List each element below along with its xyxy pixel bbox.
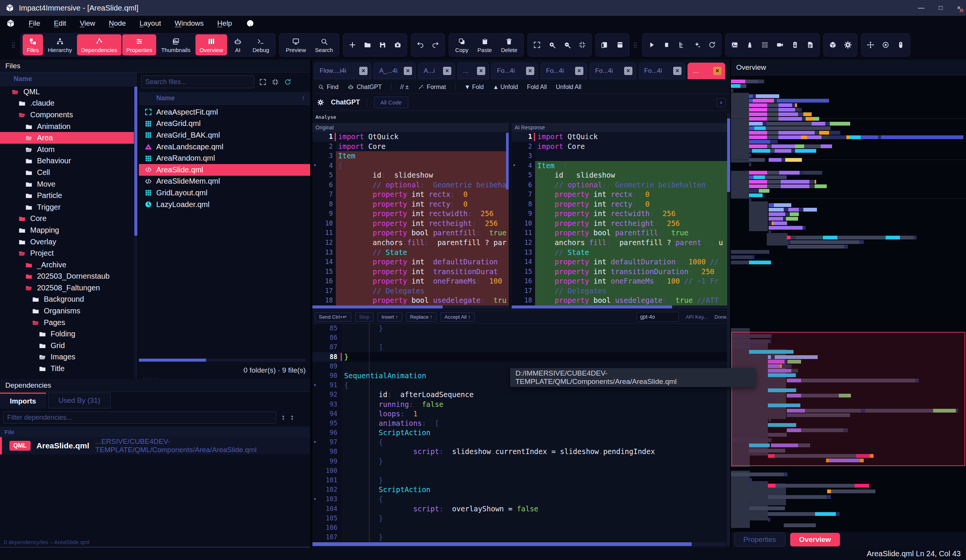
tab-close-icon[interactable]: × (713, 67, 721, 75)
cube-button[interactable] (826, 34, 840, 56)
tree-item-202503_dornenstaub[interactable]: 202503_Dornenstaub (0, 271, 134, 282)
line-number[interactable]: 101 (312, 475, 342, 485)
line-number[interactable]: ▾4 (312, 161, 336, 171)
diff-vscrollbar[interactable] (506, 133, 509, 189)
mouse-button[interactable] (894, 34, 908, 56)
editor-tab-2[interactable]: A_...4i× (374, 62, 416, 79)
editor-tab-5[interactable]: Fo...4i× (491, 62, 538, 79)
tree-item-atom[interactable]: Atom (0, 144, 134, 156)
editor-tab-7[interactable]: Fo...4i× (590, 62, 636, 79)
replace-button[interactable]: Replace ↑ (406, 312, 437, 322)
outline-button[interactable] (675, 34, 689, 56)
editor-tab-8[interactable]: Fo...4i× (639, 62, 685, 79)
line-number[interactable]: 102 (312, 485, 342, 495)
tree-item-mapping[interactable]: Mapping (0, 224, 134, 236)
api-key-button[interactable]: API Key... (686, 314, 708, 320)
line-number[interactable]: 14 (312, 257, 336, 267)
all-code-button[interactable]: All Code (374, 97, 408, 108)
line-number[interactable]: 15 (312, 267, 336, 277)
dependencies-button[interactable]: Dependencies (77, 34, 122, 56)
copy-button[interactable]: Copy (451, 34, 472, 56)
fold-arrow-icon[interactable]: ▾ (314, 437, 316, 447)
tab-close-icon[interactable]: × (443, 67, 451, 75)
paste-button[interactable]: Paste (473, 34, 496, 56)
editor-vscrollbar[interactable] (727, 113, 730, 545)
tab-imports[interactable]: Imports (0, 393, 46, 408)
original-code[interactable]: 1import QtQuick2import Core3Item▾4{5 id:… (312, 132, 509, 305)
line-number[interactable]: 18 (512, 296, 535, 305)
stop-button[interactable] (660, 34, 674, 56)
tree-item-pages[interactable]: Pages (0, 317, 134, 329)
line-number[interactable]: 16 (312, 277, 336, 286)
delete-button[interactable]: Delete (497, 34, 521, 56)
line-number[interactable]: 2 (512, 142, 535, 152)
zoomout-button[interactable] (560, 34, 574, 56)
ai-button[interactable]: AI (228, 34, 248, 56)
stop-button[interactable]: Stop (355, 312, 374, 322)
accept-all-button[interactable]: Accept All ↑ (440, 312, 475, 322)
fold-all-button[interactable]: Fold All (527, 84, 547, 90)
search-button[interactable]: Search (311, 34, 337, 56)
file-item-areaslide.qml[interactable]: AreaSlide.qml (139, 164, 310, 176)
line-number[interactable]: 13 (512, 248, 535, 257)
line-number[interactable]: 6 (512, 180, 535, 190)
overview-tab-button[interactable]: Overview (790, 533, 840, 547)
unfold-button[interactable]: ▲ Unfold (493, 84, 518, 90)
scene-button[interactable] (743, 34, 757, 56)
diff-hscrollbar[interactable] (512, 305, 730, 308)
line-number[interactable]: 11 (512, 228, 535, 238)
chatgpt-button[interactable]: ChatGPT (348, 84, 382, 90)
line-number[interactable]: 13 (312, 248, 336, 257)
line-number[interactable]: 2 (312, 142, 336, 152)
expand-icon[interactable] (259, 78, 267, 86)
sort-updown-icon[interactable]: ↕ (281, 413, 285, 422)
line-number[interactable]: 96 (312, 428, 342, 437)
line-number[interactable]: 1 (312, 132, 336, 142)
line-number[interactable]: 7 (312, 190, 336, 200)
menu-node[interactable]: Node (109, 19, 126, 28)
editor-tab-3[interactable]: A...i× (418, 62, 455, 79)
tree-item-qml[interactable]: QML (0, 86, 134, 98)
fullscreen-button[interactable] (530, 34, 544, 56)
fit-button[interactable] (575, 34, 590, 56)
new-button[interactable] (345, 34, 360, 56)
tab-close-icon[interactable]: × (673, 67, 682, 75)
document-button[interactable] (803, 34, 817, 56)
editor-tab-1[interactable]: Flow....i4i× (314, 62, 371, 79)
line-number[interactable]: 7 (512, 190, 535, 200)
image-button[interactable] (728, 34, 742, 56)
tree-item-cell[interactable]: Cell (0, 167, 134, 178)
code-editor[interactable]: 85 }8687 ]88}8990SequentialAnimation▾91{… (312, 324, 730, 542)
sparkles-button[interactable] (690, 34, 704, 56)
menu-layout[interactable]: Layout (140, 19, 161, 28)
tree-item-particle[interactable]: Particle (0, 190, 134, 201)
unfold-all-button[interactable]: Unfold All (556, 84, 582, 90)
tree-scrollbar[interactable] (134, 86, 137, 378)
preview-button[interactable]: Preview (281, 34, 310, 56)
line-number[interactable]: 98 (312, 447, 342, 456)
pattern-button[interactable] (758, 34, 772, 56)
dependency-row[interactable]: QML AreaSlide.qml ...ERSIVE/CUBE4DEV-TEM… (0, 437, 310, 454)
tree-item-folding[interactable]: Folding (0, 328, 134, 340)
sort-updown-icon[interactable]: ↕ (291, 413, 294, 422)
tab-used-by[interactable]: Used By (31) (48, 393, 110, 408)
filter-dependencies-input[interactable] (3, 411, 276, 424)
line-number[interactable]: 14 (512, 257, 535, 267)
panelleft-button[interactable] (598, 34, 612, 56)
comment-toggle-button[interactable]: // ± (400, 84, 409, 90)
line-number[interactable]: 3 (312, 151, 336, 161)
file-item-areaslidemem.qml[interactable]: AreaSlideMem.qml (139, 176, 310, 187)
move-button[interactable] (863, 34, 878, 56)
open-button[interactable] (360, 34, 375, 56)
redo-button[interactable] (428, 34, 443, 56)
line-number[interactable]: 99 (312, 457, 342, 466)
find-button[interactable]: Find (318, 84, 338, 90)
tab-close-icon[interactable]: × (526, 67, 534, 75)
line-number[interactable]: 87 (312, 342, 342, 352)
line-number[interactable]: 88 (312, 352, 342, 362)
tree-item-move[interactable]: Move (0, 178, 134, 190)
tree-item-animation[interactable]: Animation (0, 121, 134, 133)
fold-button[interactable]: ▼ Fold (465, 84, 484, 90)
line-number[interactable]: 18 (312, 296, 336, 305)
tab-close-icon[interactable]: × (575, 67, 583, 75)
